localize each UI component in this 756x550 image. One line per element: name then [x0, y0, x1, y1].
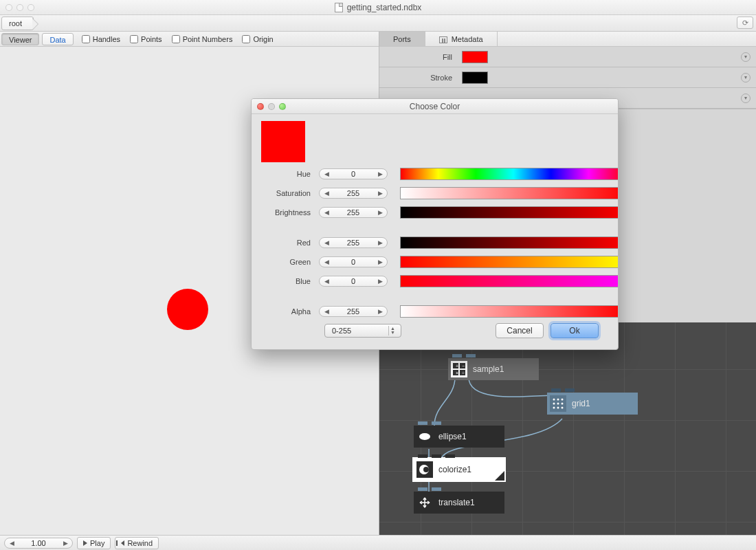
- svg-point-12: [557, 402, 559, 404]
- tab-viewer[interactable]: Viewer: [1, 33, 39, 45]
- svg-text:+: +: [456, 364, 458, 368]
- breadcrumb-root[interactable]: root: [1, 16, 34, 30]
- frame-stepper[interactable]: ◀ 1.00 ▶: [4, 538, 73, 549]
- frame-decrement-icon[interactable]: ◀: [7, 540, 16, 547]
- prop-stroke-label: Stroke: [379, 74, 462, 82]
- brightness-slider[interactable]: [400, 206, 619, 219]
- node-network[interactable]: +−×÷ sample1 grid1 ellipse1: [379, 322, 756, 536]
- window-title: getting_started.ndbx: [347, 3, 422, 12]
- svg-point-13: [562, 402, 564, 404]
- fill-disclosure-icon[interactable]: ▾: [741, 52, 751, 62]
- node-translate1[interactable]: translate1: [414, 492, 504, 514]
- alpha-stepper[interactable]: ◀255▶: [319, 306, 388, 317]
- hue-slider[interactable]: [400, 168, 619, 180]
- svg-point-9: [557, 398, 559, 400]
- svg-point-10: [562, 398, 564, 400]
- svg-point-14: [553, 406, 555, 408]
- label-saturation: Saturation: [261, 189, 315, 197]
- check-points[interactable]: Points: [130, 35, 162, 43]
- viewer-shape-circle: [167, 289, 208, 330]
- colorize-icon: [416, 461, 433, 478]
- alpha-value: 255: [347, 307, 359, 316]
- node-sample1-label: sample1: [473, 364, 504, 374]
- stroke-swatch[interactable]: [462, 72, 488, 84]
- property-tabs: Ports Metadata: [379, 32, 756, 47]
- label-alpha: Alpha: [261, 307, 315, 316]
- rewind-label: Rewind: [127, 539, 153, 547]
- svg-point-16: [562, 406, 564, 408]
- node-ellipse1[interactable]: ellipse1: [414, 426, 504, 448]
- grid-icon: [550, 395, 566, 412]
- red-slider[interactable]: [400, 236, 619, 249]
- svg-point-19: [423, 467, 429, 472]
- label-brightness: Brightness: [261, 208, 315, 217]
- red-stepper[interactable]: ◀255▶: [319, 237, 388, 248]
- red-value: 255: [347, 239, 359, 247]
- viewer-tabs: Viewer Data Handles Points Point Numbers…: [0, 32, 379, 47]
- file-icon: [335, 3, 343, 12]
- metadata-icon: [439, 36, 447, 43]
- node-grid1[interactable]: grid1: [547, 393, 638, 415]
- saturation-stepper[interactable]: ◀255▶: [319, 188, 388, 199]
- label-hue: Hue: [261, 170, 315, 178]
- alpha-slider[interactable]: [400, 305, 619, 318]
- check-points-label: Points: [141, 35, 162, 43]
- check-pointnumbers[interactable]: Point Numbers: [172, 35, 233, 43]
- empty-disclosure-icon[interactable]: ▾: [741, 94, 751, 103]
- svg-text:×: ×: [456, 371, 458, 375]
- check-origin-label: Origin: [253, 35, 273, 43]
- tab-metadata[interactable]: Metadata: [425, 32, 498, 46]
- play-icon: [83, 540, 87, 546]
- check-handles[interactable]: Handles: [82, 35, 120, 43]
- green-slider[interactable]: [400, 256, 619, 268]
- node-colorize1-label: colorize1: [438, 465, 471, 474]
- prop-fill[interactable]: Fill ▾: [379, 47, 756, 67]
- playbar: ◀ 1.00 ▶ Play Rewind: [0, 535, 756, 550]
- hue-value: 0: [351, 170, 355, 178]
- reload-icon: ⟳: [742, 19, 748, 28]
- range-value: 0-255: [332, 327, 351, 335]
- rewind-button[interactable]: Rewind: [115, 537, 159, 549]
- translate-icon: [416, 494, 433, 511]
- frame-increment-icon[interactable]: ▶: [60, 540, 70, 547]
- ok-button[interactable]: Ok: [551, 323, 599, 338]
- stroke-disclosure-icon[interactable]: ▾: [741, 73, 751, 82]
- check-pointnumbers-label: Point Numbers: [183, 35, 233, 43]
- play-button[interactable]: Play: [77, 537, 111, 549]
- brightness-stepper[interactable]: ◀255▶: [319, 207, 388, 218]
- dialog-title: Choose Color: [252, 102, 618, 111]
- svg-point-8: [553, 398, 555, 400]
- blue-stepper[interactable]: ◀0▶: [319, 276, 388, 287]
- reload-button[interactable]: ⟳: [737, 16, 753, 29]
- svg-point-17: [419, 433, 430, 440]
- prop-stroke[interactable]: Stroke ▾: [379, 67, 756, 88]
- node-colorize1[interactable]: colorize1: [414, 459, 504, 481]
- check-origin[interactable]: Origin: [242, 35, 273, 43]
- ellipse-icon: [416, 428, 433, 445]
- wire-sample-ellipse: [434, 377, 455, 426]
- label-green: Green: [261, 258, 315, 266]
- range-select[interactable]: 0-255 ▲▼: [324, 324, 401, 338]
- check-handles-label: Handles: [93, 35, 120, 43]
- node-sample1[interactable]: +−×÷ sample1: [448, 358, 539, 380]
- rewind-icon: [121, 540, 124, 546]
- hue-stepper[interactable]: ◀0▶: [319, 168, 388, 179]
- brightness-value: 255: [347, 208, 359, 217]
- tab-ports[interactable]: Ports: [379, 32, 425, 46]
- blue-value: 0: [351, 277, 355, 285]
- dialog-titlebar: Choose Color: [252, 99, 618, 114]
- label-blue: Blue: [261, 277, 315, 285]
- green-stepper[interactable]: ◀0▶: [319, 256, 388, 267]
- frame-value: 1.00: [31, 539, 45, 547]
- node-ellipse1-label: ellipse1: [438, 432, 467, 441]
- node-grid1-label: grid1: [572, 399, 590, 408]
- blue-slider[interactable]: [400, 275, 619, 287]
- tab-data[interactable]: Data: [42, 33, 73, 45]
- saturation-slider[interactable]: [400, 187, 619, 199]
- fill-swatch[interactable]: [462, 51, 488, 63]
- prop-fill-label: Fill: [379, 53, 462, 61]
- play-label: Play: [90, 539, 104, 547]
- color-dialog: Choose Color Hue ◀0▶ Saturation ◀255▶ Br…: [251, 98, 619, 350]
- cancel-button[interactable]: Cancel: [496, 323, 544, 338]
- breadcrumb-bar: root ⟳: [0, 15, 756, 32]
